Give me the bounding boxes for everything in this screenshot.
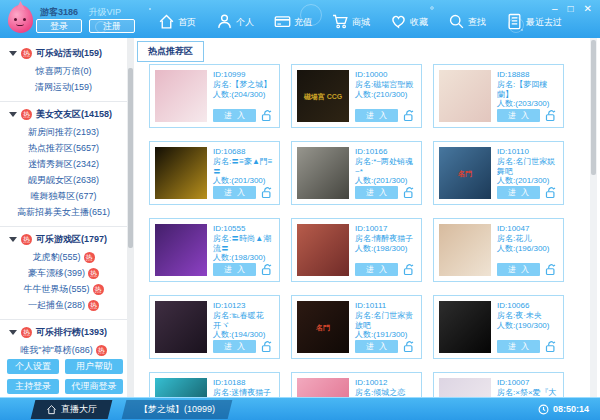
enter-room-button[interactable]: 进入: [497, 340, 540, 353]
sidebar-action-button[interactable]: 主持登录: [7, 379, 59, 394]
lock-open-icon: [261, 109, 274, 122]
topbar-nav-item[interactable]: 商城: [322, 8, 380, 30]
room-card[interactable]: 名門 ID:10111 房名:名门世家贵族吧 人数:(191/300) 进入: [291, 295, 422, 359]
enter-room-button[interactable]: 进入: [213, 340, 256, 353]
room-count: 人数:(203/300): [497, 99, 558, 109]
live-hall-tab[interactable]: 直播大厅: [31, 400, 113, 419]
sidebar-scrollbar-thumb[interactable]: [128, 68, 133, 248]
sidebar-item[interactable]: 热点推荐区(5657): [0, 140, 127, 156]
logo-smile: [16, 22, 24, 26]
enter-room-button[interactable]: 进入: [213, 109, 256, 122]
sidebar-item[interactable]: 新房间推荐(2193): [0, 124, 127, 140]
room-name: 房名:磁場宮聖殿: [355, 80, 416, 90]
topbar-nav-item[interactable]: 收藏: [380, 8, 438, 30]
room-card[interactable]: ID:10017 房名:情醉夜猫子 人数:(198/300) 进入: [291, 218, 422, 282]
lock-open-icon: [545, 109, 558, 122]
enter-room-button[interactable]: 进入: [355, 186, 398, 199]
sidebar-item[interactable]: 靓男靓女区(2638): [0, 172, 127, 188]
sidebar-item[interactable]: 高薪招募美女主播(651): [0, 204, 127, 220]
room-card[interactable]: ID:10012 房名:倾城之恋 人数:(188/300) 进入: [291, 372, 422, 397]
close-icon[interactable]: ✕: [584, 3, 592, 15]
room-card[interactable]: ID:18888 房名:【夢回樓蘭】 人数:(203/300) 进入: [433, 64, 564, 128]
sidebar-action-button[interactable]: 用户帮助: [65, 359, 123, 374]
enter-room-button[interactable]: 进入: [355, 109, 398, 122]
topbar-nav-item[interactable]: 个人: [206, 8, 264, 30]
sidebar-action-button[interactable]: 代理商登录: [65, 379, 123, 394]
room-info: ID:10999 房名:【梦之城】 人数:(204/300) 进入: [213, 70, 274, 122]
sidebar-item[interactable]: 清网运动(159): [0, 79, 127, 95]
enter-room-button[interactable]: 进入: [497, 263, 540, 276]
room-card[interactable]: ID:10047 房名:花儿 人数:(196/300) 进入: [433, 218, 564, 282]
enter-room-button[interactable]: 进入: [355, 263, 398, 276]
sidebar-item[interactable]: 豪车漂移(399) 热: [0, 265, 127, 281]
window-controls: –□✕: [552, 3, 592, 15]
sidebar-section: 热 可乐游戏区(1797) 龙虎豹(555) 热 豪车漂移(399) 热 牛牛世…: [0, 226, 127, 317]
sidebar-item[interactable]: 一起捕鱼(288) 热: [0, 297, 127, 313]
thumbnail-text: 磁場宫 CCG: [304, 92, 343, 101]
enter-row: 进入: [355, 340, 416, 353]
hot-badge-icon: 热: [21, 327, 32, 338]
enter-room-button[interactable]: 进入: [213, 186, 256, 199]
enter-room-button[interactable]: 进入: [497, 109, 540, 122]
room-card[interactable]: ID:10066 房名:夜·未央 人数:(190/300) 进入: [433, 295, 564, 359]
room-name: 房名:*~两处销魂~*: [355, 157, 416, 176]
minimize-icon[interactable]: –: [552, 3, 558, 15]
sidebar-item-label: 清网运动(159): [35, 81, 92, 94]
sidebar-item[interactable]: 唯我"神"尊榜(686) 热: [0, 342, 127, 358]
topbar-nav-item[interactable]: 查找: [438, 8, 496, 30]
sidebar-item[interactable]: 牛牛世界场(555) 热: [0, 281, 127, 297]
room-card[interactable]: ID:10688 房名:〓≡豪▲門≡〓 人数:(201/300) 进入: [149, 141, 280, 205]
room-card[interactable]: ID:10123 房名:℡春暖花开ヾ 人数:(194/300) 进入: [149, 295, 280, 359]
room-card[interactable]: 名門 ID:10110 房名:名门世家娱舞吧 人数:(201/300) 进入: [433, 141, 564, 205]
sidebar-section-items: 新房间推荐(2193) 热点推荐区(5657) 迷情秀舞区(2342) 靓男靓女…: [0, 124, 127, 220]
room-name: 房名:名门世家贵族吧: [355, 311, 416, 330]
topbar-nav: 首页 个人 充值 商城 收藏 查找 最近去过: [148, 0, 572, 38]
sidebar-item[interactable]: 惊喜两万倍(0): [0, 63, 127, 79]
nav-item-label: 最近去过: [526, 16, 562, 30]
hot-badge-icon: 热: [96, 345, 107, 356]
sidebar-item[interactable]: 唯舞独尊区(677): [0, 188, 127, 204]
room-info: ID:10688 房名:〓≡豪▲門≡〓 人数:(201/300) 进入: [213, 147, 274, 199]
sidebar-item-label: 牛牛世界场(555): [23, 283, 89, 296]
enter-room-button[interactable]: 进入: [213, 263, 256, 276]
room-name: 房名:〓≡豪▲門≡〓: [213, 157, 274, 176]
upgrade-vip-link[interactable]: 升级VIP: [89, 7, 122, 17]
current-room-tab[interactable]: 【梦之城】(10999): [122, 400, 233, 419]
room-name: 房名:夜·未央: [497, 311, 558, 321]
category-tab[interactable]: 热点推荐区: [137, 41, 204, 62]
topbar-nav-item[interactable]: 首页: [148, 8, 206, 30]
sidebar-section-header[interactable]: 热 可乐排行榜(1393): [0, 323, 127, 342]
sidebar-action-button[interactable]: 个人设置: [7, 359, 59, 374]
sidebar-section: 热 美女交友区(14158) 新房间推荐(2193) 热点推荐区(5657) 迷…: [0, 101, 127, 224]
sidebar-scrollbar[interactable]: [127, 38, 134, 397]
enter-room-button[interactable]: 进入: [355, 340, 398, 353]
room-card[interactable]: ID:10007 房名:×祭×爱『大明星』 进入: [433, 372, 564, 397]
sidebar-item-label: 唯舞独尊区(677): [30, 190, 96, 203]
room-card[interactable]: ID:10166 房名:*~两处销魂~* 人数:(201/300) 进入: [291, 141, 422, 205]
lock-open-icon: [545, 263, 558, 276]
login-button[interactable]: 登录: [36, 19, 82, 33]
nav-item-label: 收藏: [410, 16, 428, 30]
main-scrollbar-thumb[interactable]: [591, 40, 596, 175]
enter-room-button[interactable]: 进入: [497, 186, 540, 199]
topbar-nav-item[interactable]: 充值: [264, 8, 322, 30]
sidebar-section-header[interactable]: 热 可乐站活动(159): [0, 44, 127, 63]
recharge-icon: [274, 13, 291, 30]
maximize-icon[interactable]: □: [568, 3, 574, 15]
sidebar-item[interactable]: 龙虎豹(555) 热: [0, 249, 127, 265]
main-scrollbar[interactable]: [590, 38, 597, 397]
room-thumbnail: [439, 224, 491, 276]
sidebar-section-items: 惊喜两万倍(0) 清网运动(159): [0, 63, 127, 95]
search-icon: [448, 13, 465, 30]
sidebar-item[interactable]: 迷情秀舞区(2342): [0, 156, 127, 172]
sidebar-section-header[interactable]: 热 美女交友区(14158): [0, 105, 127, 124]
register-button[interactable]: 注册: [89, 19, 135, 33]
room-count: 人数:(194/300): [213, 330, 274, 340]
sidebar-section-header[interactable]: 热 可乐游戏区(1797): [0, 230, 127, 249]
nav-item-label: 首页: [178, 16, 196, 30]
room-card[interactable]: ID:10999 房名:【梦之城】 人数:(204/300) 进入: [149, 64, 280, 128]
room-card[interactable]: 磁場宫 CCG ID:10000 房名:磁場宮聖殿 人数:(210/300) 进…: [291, 64, 422, 128]
room-card[interactable]: ID:10188 房名:迷情夜猫子 人数:(189/300) 进入: [149, 372, 280, 397]
room-card[interactable]: ID:10555 房名:〓時尚▲潮流〓 人数:(198/300) 进入: [149, 218, 280, 282]
collapse-arrow-icon: [9, 112, 17, 117]
